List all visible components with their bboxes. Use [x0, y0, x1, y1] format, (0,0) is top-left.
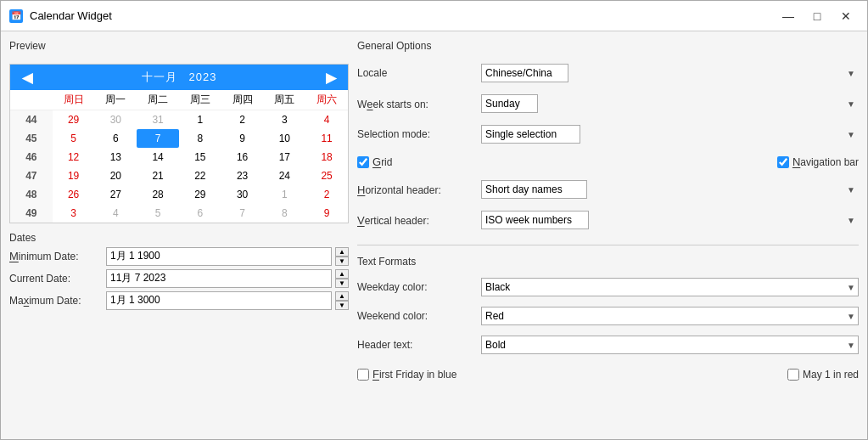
week-starts-select[interactable]: Sunday Monday — [481, 94, 538, 113]
next-month-button[interactable]: ▶ — [321, 67, 341, 87]
calendar-day[interactable]: 31 — [137, 110, 179, 129]
weekday-fri: 周五 — [264, 90, 306, 110]
calendar-day[interactable]: 5 — [53, 129, 95, 148]
min-date-input[interactable] — [106, 247, 332, 266]
min-date-up[interactable]: ▲ — [335, 247, 349, 257]
calendar-day[interactable]: 18 — [305, 148, 348, 166]
calendar-day[interactable]: 21 — [137, 166, 179, 185]
header-text-label: Header text: — [357, 339, 476, 351]
week-num-header — [10, 90, 53, 110]
calendar-day[interactable]: 30 — [221, 185, 264, 204]
calendar-day[interactable]: 2 — [221, 110, 264, 129]
grid-checkbox[interactable] — [357, 156, 369, 168]
current-date-row: Current Date: ▲ ▼ — [9, 269, 349, 288]
may1-label: May 1 in red — [803, 369, 859, 381]
calendar-day[interactable]: 12 — [53, 148, 95, 166]
week-number: 46 — [10, 148, 53, 166]
title-bar: 📅 Calendar Widget — □ ✕ — [1, 1, 867, 31]
first-friday-checkbox[interactable] — [357, 369, 369, 381]
calendar-day[interactable]: 4 — [305, 110, 348, 129]
prev-month-button[interactable]: ◀ — [17, 67, 37, 87]
calendar-day[interactable]: 27 — [95, 185, 137, 204]
min-date-down[interactable]: ▼ — [335, 257, 349, 266]
calendar-day[interactable]: 29 — [53, 110, 95, 129]
table-row: 44 29 30 31 1 2 3 4 — [10, 110, 348, 129]
calendar-day[interactable]: 10 — [264, 129, 306, 148]
weekday-tue: 周二 — [137, 90, 179, 110]
max-date-down[interactable]: ▼ — [335, 301, 349, 310]
min-date-label: Minimum Date: — [9, 250, 103, 262]
calendar-day[interactable]: 13 — [95, 148, 137, 166]
weekend-color-select[interactable]: Red Black Blue — [481, 307, 859, 325]
calendar-day[interactable]: 3 — [53, 204, 95, 223]
calendar-day[interactable]: 5 — [137, 204, 179, 223]
current-date-label: Current Date: — [9, 273, 103, 285]
calendar-day[interactable]: 4 — [95, 204, 137, 223]
week-number: 45 — [10, 129, 53, 148]
calendar-day[interactable]: 11 — [305, 129, 348, 148]
weekday-mon: 周一 — [95, 90, 137, 110]
max-date-up[interactable]: ▲ — [335, 291, 349, 301]
calendar-day[interactable]: 26 — [53, 185, 95, 204]
weekend-color-label: Weekend color: — [357, 310, 476, 322]
main-content: Preview ◀ 十一月 2023 ▶ 周日 — [1, 31, 867, 439]
calendar-day-selected[interactable]: 7 — [137, 129, 179, 148]
calendar-day[interactable]: 1 — [264, 185, 306, 204]
selection-mode-select-wrapper: Single selection Multiple selection Rang… — [481, 125, 859, 144]
vertical-header-select[interactable]: ISO week numbers None — [481, 211, 589, 229]
current-date-input[interactable] — [106, 269, 332, 288]
calendar-day[interactable]: 8 — [264, 204, 306, 223]
calendar-day[interactable]: 25 — [305, 166, 348, 185]
calendar-day[interactable]: 16 — [221, 148, 264, 166]
max-date-input[interactable] — [106, 291, 332, 310]
calendar-day[interactable]: 9 — [305, 204, 348, 223]
selection-mode-select[interactable]: Single selection Multiple selection Rang… — [481, 125, 580, 144]
selection-mode-dropdown-icon: ▼ — [847, 130, 855, 139]
navigation-bar-checkbox[interactable] — [777, 156, 789, 168]
text-formats-label: Text Formats — [357, 256, 859, 268]
calendar-day[interactable]: 1 — [179, 110, 221, 129]
calendar-day[interactable]: 9 — [221, 129, 264, 148]
current-date-up[interactable]: ▲ — [335, 269, 349, 279]
vertical-header-label: Vertical header: — [357, 214, 476, 227]
calendar-day[interactable]: 29 — [179, 185, 221, 204]
divider — [357, 245, 859, 245]
locale-row: Locale Chinese/China English/US French/F… — [357, 64, 859, 82]
calendar-day[interactable]: 22 — [179, 166, 221, 185]
calendar-day[interactable]: 23 — [221, 166, 264, 185]
calendar-day[interactable]: 15 — [179, 148, 221, 166]
calendar-day[interactable]: 19 — [53, 166, 95, 185]
current-date-down[interactable]: ▼ — [335, 279, 349, 288]
header-text-select[interactable]: Bold Normal Italic — [481, 336, 859, 354]
calendar-day[interactable]: 17 — [264, 148, 306, 166]
calendar-day[interactable]: 28 — [137, 185, 179, 204]
calendar-day[interactable]: 6 — [179, 204, 221, 223]
calendar-day[interactable]: 2 — [305, 185, 348, 204]
calendar-day[interactable]: 30 — [95, 110, 137, 129]
calendar-day[interactable]: 6 — [95, 129, 137, 148]
navigation-bar-check-group: Navigation bar — [777, 155, 859, 168]
general-options-label: General Options — [357, 40, 859, 52]
weekday-sat: 周六 — [305, 90, 348, 110]
table-row: 48 26 27 28 29 30 1 2 — [10, 185, 348, 204]
horizontal-header-select[interactable]: Short day names Long day names Narrow da… — [481, 180, 587, 199]
locale-select-wrapper: Chinese/China English/US French/France ▼ — [481, 64, 859, 82]
calendar-day[interactable]: 3 — [264, 110, 306, 129]
calendar-day[interactable]: 20 — [95, 166, 137, 185]
calendar-day[interactable]: 24 — [264, 166, 306, 185]
title-bar-left: 📅 Calendar Widget — [9, 9, 112, 23]
calendar-day[interactable]: 7 — [221, 204, 264, 223]
grid-label: Grid — [372, 155, 392, 168]
weekday-color-select[interactable]: Black Blue Red — [481, 278, 859, 296]
minimize-button[interactable]: — — [776, 7, 801, 25]
maximize-button[interactable]: □ — [804, 7, 830, 25]
locale-dropdown-icon: ▼ — [847, 69, 855, 78]
close-button[interactable]: ✕ — [833, 7, 859, 25]
min-date-row: Minimum Date: ▲ ▼ — [9, 247, 349, 266]
window-title: Calendar Widget — [30, 9, 112, 22]
may1-checkbox[interactable] — [787, 369, 799, 381]
calendar-day[interactable]: 8 — [179, 129, 221, 148]
locale-select[interactable]: Chinese/China English/US French/France — [481, 64, 568, 82]
calendar-day[interactable]: 14 — [137, 148, 179, 166]
bottom-checks-row: First Friday in blue May 1 in red — [357, 368, 859, 381]
